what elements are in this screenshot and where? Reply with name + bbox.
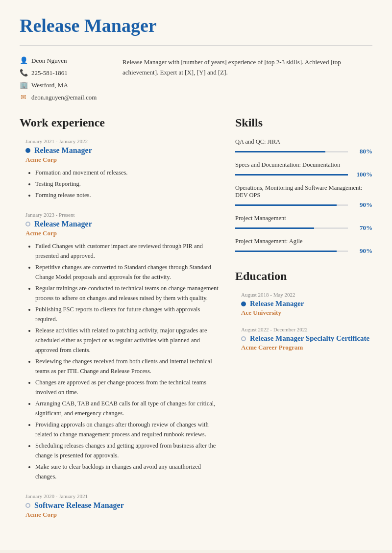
skill-row-2: Operations, Monitoring and Software Mana… [235,184,372,209]
contact-phone-row: 📞 225-581-1861 [20,69,103,77]
skill-pct-0: 80% [353,148,372,155]
skill-pct-3: 70% [353,224,372,232]
header-divider [20,45,372,46]
skill-bar-container-0: 80% [235,148,372,155]
email-icon: ✉ [20,93,27,101]
skill-bar-fill-4 [235,251,337,252]
job-company-0: Acme Corp [25,156,220,164]
skill-row-3: Project Management 70% [235,215,372,232]
skill-name-3: Project Management [235,215,372,222]
contact-email: deon.nguyen@email.com [31,94,97,101]
edu-entry-0: August 2018 - May 2022 Release Manager A… [235,292,372,317]
bullet-1-1: Repetitive changes are converted to Stan… [35,262,220,282]
right-column: Skills QA and QC: JIRA 80% Specs and Doc… [235,116,372,530]
skill-pct-1: 100% [353,171,372,178]
skill-bar-container-1: 100% [235,171,372,178]
contact-name: Deon Nguyen [31,57,67,65]
skill-bar-bg-4 [235,251,348,252]
edu-dot-1 [241,336,246,341]
job-entry-1: January 2023 - Present Release Manager A… [20,212,220,481]
edu-entry-1: August 2022 - December 2022 Release Mana… [235,327,372,352]
skill-bar-bg-0 [235,151,348,152]
edu-institution-1: Acme Career Program [241,344,372,352]
phone-icon: 📞 [20,69,27,77]
contact-email-row: ✉ deon.nguyen@email.com [20,93,103,101]
skill-row-1: Specs and Documentation: Documentation 1… [235,161,372,178]
edu-dot-0 [241,302,246,306]
summary-text: Release Manager with [number of years] e… [122,56,358,101]
bullet-1-8: Providing approvals on changes after tho… [35,420,220,439]
education-section-title: Education [235,270,372,283]
edu-title-1: Release Manager Specialty Certificate [241,334,372,343]
bullet-1-2: Regular trainings are conducted to techn… [35,283,220,303]
edu-title-0: Release Manager [241,300,372,308]
edu-date-1: August 2022 - December 2022 [241,327,372,332]
work-section-title: Work experience [20,116,220,129]
bullet-1-3: Publishing FSC reports to clients for fu… [35,304,220,324]
job-dot-1 [25,222,30,226]
skill-name-0: QA and QC: JIRA [235,138,372,146]
bullet-1-9: Scheduling releases changes and getting … [35,441,220,460]
job-bullets-1: Failed Changes with customer impact are … [25,241,220,481]
skill-bar-fill-2 [235,204,337,206]
bullet-0-2: Forming release notes. [35,190,220,200]
skills-section: Skills QA and QC: JIRA 80% Specs and Doc… [235,116,372,255]
job-title-0: Release Manager [25,146,220,155]
skill-bar-container-4: 90% [235,247,372,255]
job-title-1: Release Manager [25,220,220,228]
skill-bar-bg-1 [235,174,348,176]
edu-institution-0: Ace University [241,309,372,317]
job-date-0: January 2021 - January 2022 [25,138,220,144]
bullet-1-4: Release activities with related to patch… [35,326,220,355]
skill-name-1: Specs and Documentation: Documentation [235,161,372,169]
location-icon: 🏢 [20,81,27,89]
edu-date-0: August 2018 - May 2022 [241,292,372,298]
contact-name-row: 👤 Deon Nguyen [20,56,103,65]
skill-pct-4: 90% [353,247,372,255]
skill-row-0: QA and QC: JIRA 80% [235,138,372,155]
education-section: Education August 2018 - May 2022 Release… [235,270,372,352]
page-title: Release Manager [20,15,372,36]
contact-phone: 225-581-1861 [31,69,68,77]
skill-row-4: Project Management: Agile 90% [235,238,372,255]
skill-bar-fill-0 [235,151,325,152]
job-bullets-0: Formation and movement of releases. Test… [25,168,220,200]
skill-name-2: Operations, Monitoring and Software Mana… [235,184,372,199]
job-entry-0: January 2021 - January 2022 Release Mana… [20,138,220,200]
main-content: Work experience January 2021 - January 2… [20,116,372,530]
skill-bar-fill-1 [235,174,348,176]
bullet-1-6: Changes are approved as per change proce… [35,377,220,397]
skill-bar-container-2: 90% [235,201,372,209]
contact-info: 👤 Deon Nguyen 📞 225-581-1861 🏢 Westford,… [20,56,103,101]
bullet-0-1: Testing Reporting. [35,179,220,189]
bullet-1-10: Make sure to clear backlogs in changes a… [35,462,220,481]
job-company-1: Acme Corp [25,229,220,237]
skill-bar-bg-3 [235,227,348,229]
skill-bar-fill-3 [235,227,314,229]
job-date-2: January 2020 - January 2021 [25,493,220,499]
bullet-0-0: Formation and movement of releases. [35,168,220,177]
job-date-1: January 2023 - Present [25,212,220,218]
skill-name-4: Project Management: Agile [235,238,372,245]
skill-bar-container-3: 70% [235,224,372,232]
bullet-1-5: Reviewing the changes received from both… [35,356,220,376]
job-entry-2: January 2020 - January 2021 Software Rel… [20,493,220,519]
bullet-1-7: Arranging CAB, TAB and ECAB calls for al… [35,399,220,418]
page-container: Release Manager 👤 Deon Nguyen 📞 225-581-… [0,0,392,550]
job-title-2: Software Release Manager [25,501,220,510]
person-icon: 👤 [20,56,27,65]
skill-bar-bg-2 [235,204,348,206]
left-column: Work experience January 2021 - January 2… [20,116,220,530]
job-dot-0 [25,148,30,153]
bullet-1-0: Failed Changes with customer impact are … [35,241,220,261]
contact-location: Westford, MA [31,81,68,89]
skills-section-title: Skills [235,116,372,129]
contact-location-row: 🏢 Westford, MA [20,81,103,89]
job-company-2: Acme Corp [25,511,220,519]
job-dot-2 [25,503,30,508]
skill-pct-2: 90% [353,201,372,209]
contact-summary-section: 👤 Deon Nguyen 📞 225-581-1861 🏢 Westford,… [20,56,372,101]
work-experience-section: Work experience January 2021 - January 2… [20,116,220,519]
